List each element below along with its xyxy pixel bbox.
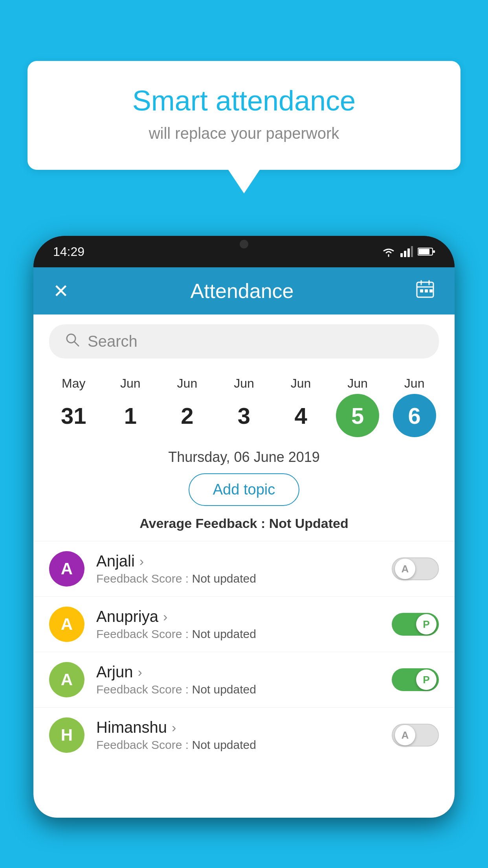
date-month: Jun bbox=[234, 376, 254, 391]
app-screen: ✕ Attendance bbox=[33, 267, 455, 818]
date-item-5[interactable]: Jun5 bbox=[332, 376, 383, 437]
date-item-1[interactable]: Jun1 bbox=[105, 376, 156, 437]
feedback-value: Not Updated bbox=[269, 516, 349, 531]
svg-rect-13 bbox=[429, 289, 433, 292]
student-name[interactable]: Arjun › bbox=[96, 663, 380, 681]
date-month: Jun bbox=[120, 376, 141, 391]
speech-bubble-subtitle: will replace your paperwork bbox=[59, 125, 429, 142]
date-day: 3 bbox=[222, 394, 266, 437]
student-info: Anupriya ›Feedback Score : Not updated bbox=[96, 608, 380, 641]
attendance-toggle[interactable]: A bbox=[392, 557, 439, 580]
student-avatar: A bbox=[49, 607, 84, 642]
date-item-2[interactable]: Jun2 bbox=[161, 376, 213, 437]
svg-rect-5 bbox=[418, 249, 429, 254]
student-list: AAnjali ›Feedback Score : Not updatedAAA… bbox=[33, 541, 455, 763]
toggle-knob: A bbox=[395, 559, 415, 579]
status-bar: 14:29 bbox=[33, 236, 455, 267]
phone-wrapper: 14:29 bbox=[33, 236, 455, 868]
feedback-summary: Average Feedback : Not Updated bbox=[33, 516, 455, 531]
date-month: Jun bbox=[177, 376, 198, 391]
date-day: 4 bbox=[279, 394, 323, 437]
date-day: 5 bbox=[336, 394, 379, 437]
date-item-4[interactable]: Jun4 bbox=[275, 376, 327, 437]
chevron-icon: › bbox=[163, 609, 167, 624]
phone-notch bbox=[224, 236, 264, 254]
student-avatar: H bbox=[49, 717, 84, 753]
svg-rect-1 bbox=[404, 251, 406, 257]
svg-rect-6 bbox=[433, 250, 435, 253]
date-day: 1 bbox=[109, 394, 152, 437]
date-month: Jun bbox=[291, 376, 311, 391]
speech-bubble: Smart attendance will replace your paper… bbox=[28, 61, 460, 170]
feedback-label-text: Average Feedback : bbox=[139, 516, 269, 531]
student-name[interactable]: Anjali › bbox=[96, 552, 380, 570]
svg-rect-0 bbox=[400, 253, 403, 257]
student-feedback: Feedback Score : Not updated bbox=[96, 683, 380, 696]
date-item-6[interactable]: Jun6 bbox=[389, 376, 440, 437]
student-info: Arjun ›Feedback Score : Not updated bbox=[96, 663, 380, 696]
date-month: Jun bbox=[404, 376, 425, 391]
speech-bubble-tail bbox=[228, 170, 260, 193]
student-feedback: Feedback Score : Not updated bbox=[96, 738, 380, 752]
svg-rect-11 bbox=[420, 289, 423, 292]
student-feedback: Feedback Score : Not updated bbox=[96, 572, 380, 585]
search-icon bbox=[65, 332, 80, 351]
attendance-toggle[interactable]: P bbox=[392, 668, 439, 691]
status-icons bbox=[382, 246, 435, 257]
battery-icon bbox=[418, 247, 435, 256]
calendar-button[interactable] bbox=[415, 279, 435, 303]
svg-line-15 bbox=[74, 342, 79, 346]
date-item-3[interactable]: Jun3 bbox=[218, 376, 270, 437]
chevron-icon: › bbox=[139, 554, 144, 569]
svg-rect-2 bbox=[407, 248, 410, 257]
student-info: Anjali ›Feedback Score : Not updated bbox=[96, 552, 380, 585]
date-row: May31Jun1Jun2Jun3Jun4Jun5Jun6 bbox=[33, 368, 455, 437]
signal-icon bbox=[400, 246, 413, 257]
close-button[interactable]: ✕ bbox=[53, 280, 69, 302]
student-item-1: AAnupriya ›Feedback Score : Not updatedP bbox=[33, 596, 455, 652]
date-day: 2 bbox=[165, 394, 209, 437]
calendar-icon bbox=[415, 279, 435, 299]
search-input[interactable]: Search bbox=[88, 333, 138, 350]
date-month: Jun bbox=[347, 376, 368, 391]
student-name[interactable]: Himanshu › bbox=[96, 719, 380, 736]
app-header: ✕ Attendance bbox=[33, 267, 455, 314]
add-topic-button[interactable]: Add topic bbox=[189, 473, 299, 506]
speech-bubble-container: Smart attendance will replace your paper… bbox=[28, 61, 460, 193]
header-title: Attendance bbox=[190, 279, 294, 303]
phone-device: 14:29 bbox=[33, 236, 455, 818]
student-feedback: Feedback Score : Not updated bbox=[96, 627, 380, 641]
student-name[interactable]: Anupriya › bbox=[96, 608, 380, 625]
student-item-3: HHimanshu ›Feedback Score : Not updatedA bbox=[33, 707, 455, 763]
student-item-2: AArjun ›Feedback Score : Not updatedP bbox=[33, 652, 455, 707]
student-avatar: A bbox=[49, 662, 84, 697]
date-month: May bbox=[62, 376, 85, 391]
toggle-knob: P bbox=[416, 614, 437, 634]
toggle-knob: P bbox=[416, 669, 437, 690]
student-item-0: AAnjali ›Feedback Score : Not updatedA bbox=[33, 541, 455, 596]
selected-date: Thursday, 06 June 2019 bbox=[33, 449, 455, 465]
svg-rect-3 bbox=[411, 246, 413, 257]
wifi-icon bbox=[382, 246, 396, 257]
toggle-knob: A bbox=[395, 725, 415, 745]
attendance-toggle[interactable]: P bbox=[392, 613, 439, 636]
speech-bubble-title: Smart attendance bbox=[59, 85, 429, 117]
student-avatar: A bbox=[49, 551, 84, 587]
chevron-icon: › bbox=[138, 664, 142, 680]
search-bar[interactable]: Search bbox=[49, 324, 439, 359]
status-time: 14:29 bbox=[53, 245, 84, 259]
student-info: Himanshu ›Feedback Score : Not updated bbox=[96, 719, 380, 752]
camera bbox=[240, 240, 248, 248]
svg-rect-12 bbox=[425, 289, 428, 292]
date-item-0[interactable]: May31 bbox=[48, 376, 99, 437]
chevron-icon: › bbox=[172, 720, 176, 735]
date-day: 31 bbox=[52, 394, 95, 437]
date-day: 6 bbox=[393, 394, 436, 437]
attendance-toggle[interactable]: A bbox=[392, 724, 439, 747]
